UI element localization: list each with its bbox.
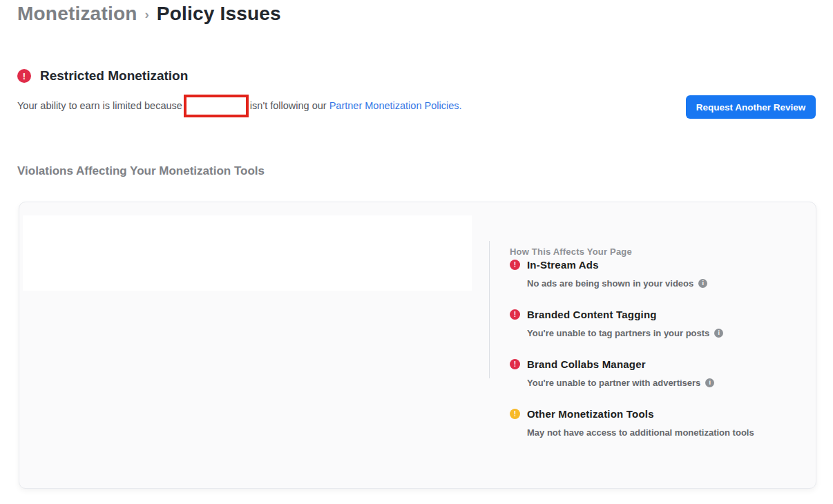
info-icon[interactable]: i xyxy=(714,329,723,338)
list-item-other-monetization-tools: ! Other Monetization Tools May not have … xyxy=(510,407,807,438)
violations-card: How This Affects Your Page ! In-Stream A… xyxy=(19,202,816,489)
how-this-affects-panel: How This Affects Your Page ! In-Stream A… xyxy=(510,246,807,456)
redacted-violation-content xyxy=(23,215,472,291)
list-item-branded-content-tagging: ! Branded Content Tagging You're unable … xyxy=(510,307,807,339)
list-item-brand-collabs-manager: ! Brand Collabs Manager You're unable to… xyxy=(510,357,807,389)
info-icon[interactable]: i xyxy=(698,279,707,288)
item-title: Branded Content Tagging xyxy=(527,309,657,320)
item-title: In-Stream Ads xyxy=(527,259,599,271)
vertical-divider xyxy=(489,241,490,378)
item-description: No ads are being shown in your videos xyxy=(527,278,693,289)
chevron-right-icon: › xyxy=(145,6,149,22)
item-title: Brand Collabs Manager xyxy=(527,358,646,370)
request-another-review-button[interactable]: Request Another Review xyxy=(686,95,816,119)
violations-section-title: Violations Affecting Your Monetization T… xyxy=(17,164,265,178)
breadcrumb: Monetization › Policy Issues xyxy=(17,3,281,25)
message-before-text: Your ability to earn is limited because xyxy=(17,100,182,111)
redacted-page-name xyxy=(184,95,249,117)
error-exclamation-icon: ! xyxy=(510,260,520,270)
restricted-monetization-message: Your ability to earn is limited because … xyxy=(17,94,461,117)
message-middle-text: isn't following our xyxy=(250,100,329,111)
error-exclamation-icon: ! xyxy=(17,69,31,83)
item-description: May not have access to additional moneti… xyxy=(527,427,754,438)
error-exclamation-icon: ! xyxy=(510,309,520,320)
affects-panel-title: How This Affects Your Page xyxy=(510,246,807,258)
item-description: You're unable to partner with advertiser… xyxy=(527,378,700,388)
info-icon[interactable]: i xyxy=(705,378,714,387)
partner-monetization-policies-link[interactable]: Partner Monetization Policies. xyxy=(329,100,462,111)
restricted-monetization-title: Restricted Monetization xyxy=(40,68,188,84)
item-description: You're unable to tag partners in your po… xyxy=(527,328,709,338)
restricted-monetization-header: ! Restricted Monetization xyxy=(17,68,188,84)
list-item-in-stream-ads: ! In-Stream Ads No ads are being shown i… xyxy=(510,258,807,289)
warning-exclamation-icon: ! xyxy=(510,409,520,419)
breadcrumb-policy-issues: Policy Issues xyxy=(157,3,281,25)
item-title: Other Monetization Tools xyxy=(527,408,654,420)
error-exclamation-icon: ! xyxy=(510,359,520,369)
breadcrumb-monetization[interactable]: Monetization xyxy=(17,3,137,25)
